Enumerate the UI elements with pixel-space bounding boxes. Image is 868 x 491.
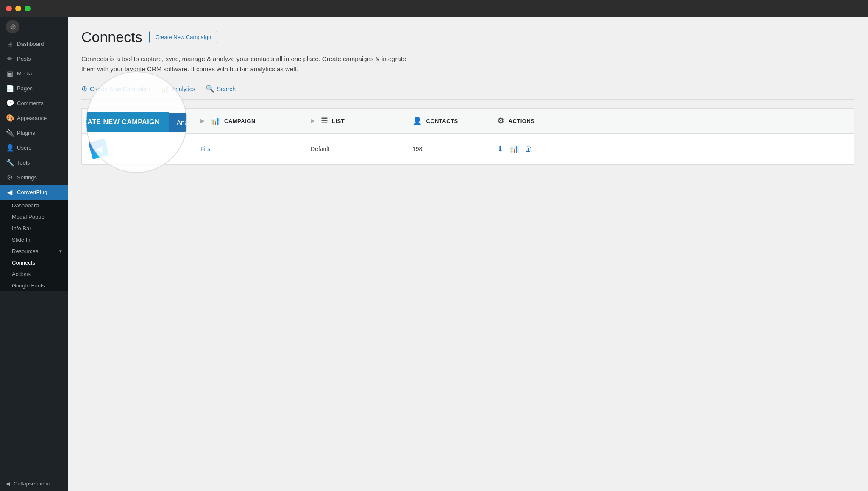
contacts-count: 198 bbox=[412, 145, 422, 152]
resources-expand-icon: ▾ bbox=[59, 248, 62, 254]
media-icon: ▣ bbox=[6, 70, 14, 78]
contacts-col-icon: 👤 bbox=[412, 116, 422, 126]
sidebar-item-label: Settings bbox=[17, 174, 37, 181]
users-icon: 👤 bbox=[6, 144, 14, 152]
analytics-action-icon[interactable]: 📊 bbox=[509, 144, 519, 153]
create-campaign-magnified-button[interactable]: CREATE NEW CAMPAIGN bbox=[86, 112, 169, 132]
collapse-icon: ◀ bbox=[6, 480, 10, 487]
actions-col-icon: ⚙ bbox=[497, 116, 504, 126]
collapse-label: Collapse menu bbox=[14, 480, 50, 487]
campaign-name-link[interactable]: First bbox=[200, 145, 212, 152]
list-cell: Default bbox=[302, 139, 404, 159]
sidebar-logo: ⊕ bbox=[0, 17, 68, 36]
sidebar-item-label: Tools bbox=[17, 159, 30, 166]
list-col-icon: ☰ bbox=[321, 116, 328, 126]
table-row: ◀ First Default 198 ⬇ 📊 🗑 bbox=[81, 133, 854, 165]
create-campaign-header-button[interactable]: Create New Campaign bbox=[149, 31, 218, 43]
page-title: Connects bbox=[81, 29, 142, 45]
sidebar-item-sub-modal-popup[interactable]: Modal Popup bbox=[0, 211, 68, 223]
toolbar: ⊕ Create New Campaign 📊 Analytics 🔍 Sear… bbox=[81, 84, 854, 100]
sidebar-item-label: ConvertPlug bbox=[17, 189, 47, 195]
sidebar-item-sub-google-fonts[interactable]: Google Fonts bbox=[0, 280, 68, 291]
magnifier-overlay: CREATE NEW CAMPAIGN Analytics bbox=[86, 71, 187, 173]
maximize-button[interactable] bbox=[25, 6, 31, 11]
toolbar-search-label: Search bbox=[217, 86, 236, 92]
contacts-cell: 198 bbox=[404, 139, 489, 159]
sub-connects-label: Connects bbox=[12, 259, 35, 266]
col-contacts-label: CONTACTS bbox=[426, 118, 458, 124]
wordpress-logo: ⊕ bbox=[6, 20, 19, 33]
sidebar-item-sub-slide-in[interactable]: Slide In bbox=[0, 234, 68, 246]
col-list: ▶ ☰ LIST bbox=[302, 109, 404, 133]
add-icon: ⊕ bbox=[81, 84, 87, 93]
col-contacts: 👤 CONTACTS bbox=[404, 109, 489, 133]
appearance-icon: 🎨 bbox=[6, 114, 14, 122]
sidebar-item-convertplug[interactable]: ◀ ConvertPlug bbox=[0, 185, 68, 200]
sub-google-fonts-label: Google Fonts bbox=[12, 282, 45, 289]
sidebar-item-label: Posts bbox=[17, 56, 31, 62]
posts-icon: ✏ bbox=[6, 55, 14, 63]
toolbar-search-button[interactable]: 🔍 Search bbox=[206, 84, 236, 93]
sub-resources-label: Resources bbox=[12, 248, 38, 254]
window-chrome bbox=[0, 0, 868, 17]
col-campaign: ▶ 📊 CAMPAIGN bbox=[192, 109, 302, 133]
sub-slide-in-label: Slide In bbox=[12, 237, 30, 243]
sidebar-item-pages[interactable]: 📄 Pages bbox=[0, 81, 68, 96]
tools-icon: 🔧 bbox=[6, 159, 14, 167]
sidebar-item-appearance[interactable]: 🎨 Appearance bbox=[0, 111, 68, 126]
pages-icon: 📄 bbox=[6, 84, 14, 92]
campaign-cell: First bbox=[192, 139, 302, 159]
table-header: ▶ ⇌ SERVICE ▶ 📊 CAMPAIGN ▶ ☰ LIST 👤 CONT… bbox=[81, 108, 854, 133]
convertplug-icon: ◀ bbox=[6, 188, 14, 196]
list-name: Default bbox=[311, 145, 329, 152]
page-header: Connects Create New Campaign bbox=[81, 29, 854, 45]
campaign-col-icon: 📊 bbox=[211, 116, 220, 126]
settings-icon: ⚙ bbox=[6, 173, 14, 181]
sidebar-item-comments[interactable]: 💬 Comments bbox=[0, 96, 68, 111]
sidebar-item-sub-info-bar[interactable]: Info Bar bbox=[0, 223, 68, 234]
delete-action-icon[interactable]: 🗑 bbox=[525, 145, 532, 153]
minimize-button[interactable] bbox=[15, 6, 21, 11]
action-icons: ⬇ 📊 🗑 bbox=[497, 144, 532, 153]
sub-addons-label: Addons bbox=[12, 271, 31, 277]
campaign-chevron-icon: ▶ bbox=[200, 118, 205, 124]
sidebar-item-dashboard-top[interactable]: ⊞ Dashboard bbox=[0, 36, 68, 51]
sidebar-item-label: Users bbox=[17, 145, 31, 151]
sidebar-submenu: Dashboard Modal Popup Info Bar Slide In … bbox=[0, 200, 68, 291]
sub-modal-popup-label: Modal Popup bbox=[12, 214, 45, 220]
col-actions: ⚙ ACTIONS bbox=[489, 109, 854, 133]
sidebar-item-label: Media bbox=[17, 70, 32, 77]
plugins-icon: 🔌 bbox=[6, 129, 14, 137]
col-actions-label: ACTIONS bbox=[509, 118, 535, 124]
comments-icon: 💬 bbox=[6, 99, 14, 107]
analytics-magnified-button[interactable]: Analytics bbox=[169, 113, 187, 132]
main-content: Connects Create New Campaign Connects is… bbox=[68, 17, 868, 491]
sidebar-item-label: Comments bbox=[17, 100, 44, 106]
table-body: ◀ First Default 198 ⬇ 📊 🗑 bbox=[81, 133, 854, 165]
sidebar-item-label: Plugins bbox=[17, 130, 35, 136]
sidebar-item-media[interactable]: ▣ Media bbox=[0, 66, 68, 81]
sidebar-item-sub-resources[interactable]: Resources ▾ bbox=[0, 246, 68, 257]
sub-dashboard-label: Dashboard bbox=[12, 202, 39, 209]
list-chevron-icon: ▶ bbox=[311, 118, 315, 124]
search-icon: 🔍 bbox=[206, 84, 214, 93]
sidebar-item-settings[interactable]: ⚙ Settings bbox=[0, 170, 68, 185]
close-button[interactable] bbox=[6, 6, 12, 11]
sidebar-item-label: Dashboard bbox=[17, 41, 44, 47]
sidebar-item-posts[interactable]: ✏ Posts bbox=[0, 51, 68, 66]
sidebar-item-label: Appearance bbox=[17, 115, 47, 121]
sidebar-item-sub-addons[interactable]: Addons bbox=[0, 268, 68, 280]
sub-info-bar-label: Info Bar bbox=[12, 225, 31, 232]
sidebar-item-plugins[interactable]: 🔌 Plugins bbox=[0, 126, 68, 140]
col-campaign-label: CAMPAIGN bbox=[224, 118, 256, 124]
sidebar-item-users[interactable]: 👤 Users bbox=[0, 140, 68, 155]
dashboard-icon: ⊞ bbox=[6, 40, 14, 48]
app-layout: ⊕ ⊞ Dashboard ✏ Posts ▣ Media 📄 Pages 💬 … bbox=[0, 17, 868, 491]
download-action-icon[interactable]: ⬇ bbox=[497, 144, 504, 153]
col-list-label: LIST bbox=[332, 118, 345, 124]
collapse-menu-button[interactable]: ◀ Collapse menu bbox=[0, 476, 68, 491]
sidebar-item-sub-connects[interactable]: Connects bbox=[0, 257, 68, 268]
sidebar-item-sub-dashboard[interactable]: Dashboard bbox=[0, 200, 68, 211]
magnifier-content: CREATE NEW CAMPAIGN Analytics bbox=[86, 112, 187, 132]
sidebar-item-tools[interactable]: 🔧 Tools bbox=[0, 155, 68, 170]
